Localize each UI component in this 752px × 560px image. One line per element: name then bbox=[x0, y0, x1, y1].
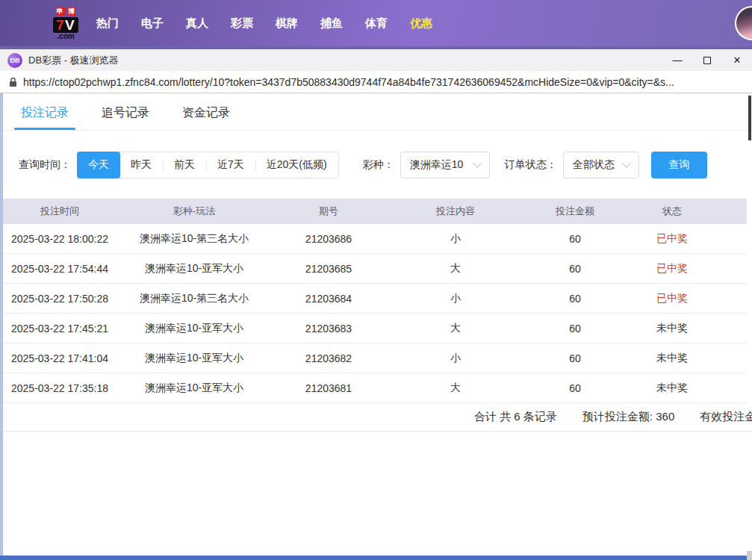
tab[interactable]: 投注记录 bbox=[21, 105, 69, 130]
page-left-strip bbox=[0, 93, 3, 560]
chevron-down-icon bbox=[473, 159, 481, 167]
time-filter-option[interactable]: 近7天 bbox=[206, 152, 255, 178]
cell-bet-time: 2025-03-22 17:45:21 bbox=[0, 323, 119, 335]
cell-period: 21203685 bbox=[269, 263, 388, 275]
cell-status: 已中奖 bbox=[627, 262, 717, 276]
cell-bet-content: 大 bbox=[388, 382, 523, 395]
logo-main: 7V bbox=[53, 17, 78, 33]
cell-bet-time: 2025-03-22 17:54:44 bbox=[0, 263, 119, 275]
cell-bet-amount: 60 bbox=[523, 382, 627, 394]
cell-bet-amount: 60 bbox=[523, 352, 627, 364]
cell-bet-amount: 60 bbox=[523, 323, 627, 335]
tab[interactable]: 追号记录 bbox=[102, 105, 149, 130]
filter-bar: 查询时间： 今天昨天前天近7天近20天(低频) 彩种： 澳洲幸运10 订单状态：… bbox=[19, 152, 752, 178]
summary-total: 合计 共 6 条记录 bbox=[474, 410, 557, 424]
header-bet-amount: 投注金额 bbox=[523, 205, 627, 218]
address-bar[interactable]: https://ctop02pchwp1.zfnc84.com/lottery/… bbox=[0, 71, 752, 93]
table-row: 2025-03-22 18:00:22 澳洲幸运10-第三名大小 2120368… bbox=[0, 224, 747, 254]
window-controls: — ✕ bbox=[662, 49, 752, 71]
summary-expected: 预计投注金额: 360 bbox=[582, 410, 674, 424]
logo-chip-1: 申 bbox=[56, 7, 65, 16]
logo-chips: 申 博 bbox=[56, 7, 76, 16]
table-row: 2025-03-22 17:54:44 澳洲幸运10-亚军大小 21203685… bbox=[0, 254, 747, 284]
header-bet-content: 投注内容 bbox=[388, 205, 523, 218]
cell-status: 未中奖 bbox=[627, 322, 717, 335]
cell-period: 21203684 bbox=[269, 293, 388, 305]
table-row: 2025-03-22 17:45:21 澳洲幸运10-亚军大小 21203683… bbox=[0, 314, 747, 343]
cell-bet-content: 小 bbox=[388, 352, 523, 365]
page-content: 投注记录追号记录资金记录 查询时间： 今天昨天前天近7天近20天(低频) 彩种：… bbox=[0, 93, 752, 560]
chevron-down-icon bbox=[622, 159, 630, 167]
site-logo[interactable]: 申 博 7V .com bbox=[46, 7, 85, 40]
status-filter-label: 订单状态： bbox=[505, 158, 557, 172]
cell-status: 未中奖 bbox=[627, 352, 717, 365]
query-button[interactable]: 查询 bbox=[651, 152, 707, 178]
header-bet-time: 投注时间 bbox=[0, 205, 119, 218]
url-text: https://ctop02pchwp1.zfnc84.com/lottery/… bbox=[23, 76, 674, 88]
close-icon: ✕ bbox=[733, 55, 742, 66]
nav-item[interactable]: 棋牌 bbox=[264, 16, 309, 31]
tab[interactable]: 资金记录 bbox=[182, 105, 230, 130]
cell-status: 未中奖 bbox=[627, 382, 717, 395]
order-status-value: 全部状态 bbox=[573, 158, 615, 172]
window-title: DB彩票 - 极速浏览器 bbox=[28, 54, 119, 67]
bottom-blue-bar bbox=[0, 556, 747, 560]
table-row: 2025-03-22 17:41:04 澳洲幸运10-亚军大小 21203682… bbox=[0, 343, 747, 373]
lottery-select-value: 澳洲幸运10 bbox=[410, 158, 464, 172]
summary-valid: 有效投注金额 bbox=[700, 410, 752, 424]
cell-bet-amount: 60 bbox=[523, 263, 627, 275]
cell-period: 21203686 bbox=[269, 233, 388, 245]
cell-bet-content: 大 bbox=[388, 322, 523, 335]
cell-bet-content: 小 bbox=[388, 292, 523, 305]
lottery-select[interactable]: 澳洲幸运10 bbox=[400, 152, 490, 178]
app-icon: DB bbox=[7, 53, 22, 68]
cell-status: 已中奖 bbox=[627, 292, 717, 305]
maximize-button[interactable] bbox=[692, 49, 722, 71]
table-row: 2025-03-22 17:50:28 澳洲幸运10-第三名大小 2120368… bbox=[0, 284, 747, 314]
cell-game-play: 澳洲幸运10-第三名大小 bbox=[119, 292, 269, 305]
record-tabs: 投注记录追号记录资金记录 bbox=[0, 93, 752, 131]
site-nav: 热门电子真人彩票棋牌捕鱼体育优惠 bbox=[85, 16, 444, 31]
nav-item[interactable]: 真人 bbox=[175, 16, 220, 31]
time-filter-option[interactable]: 近20天(低频) bbox=[255, 152, 338, 178]
close-button[interactable]: ✕ bbox=[722, 49, 752, 71]
header-status: 状态 bbox=[627, 205, 717, 218]
time-filter-option[interactable]: 前天 bbox=[163, 152, 206, 178]
maximize-icon bbox=[703, 57, 711, 64]
time-filter-option[interactable]: 昨天 bbox=[119, 152, 163, 178]
time-filter-label: 查询时间： bbox=[19, 158, 71, 172]
cell-game-play: 澳洲幸运10-亚军大小 bbox=[119, 262, 269, 276]
cell-period: 21203683 bbox=[269, 323, 388, 335]
window-titlebar[interactable]: DB DB彩票 - 极速浏览器 — ✕ bbox=[0, 49, 752, 71]
cell-bet-amount: 60 bbox=[523, 293, 627, 305]
cell-period: 21203682 bbox=[269, 352, 388, 364]
nav-item[interactable]: 彩票 bbox=[220, 16, 264, 31]
time-filter-group: 今天昨天前天近7天近20天(低频) bbox=[77, 152, 339, 178]
site-topbar: 申 博 7V .com 热门电子真人彩票棋牌捕鱼体育优惠 bbox=[0, 0, 752, 46]
time-filter-option[interactable]: 今天 bbox=[77, 152, 120, 178]
nav-item[interactable]: 优惠 bbox=[399, 16, 444, 31]
lock-icon bbox=[9, 77, 17, 87]
cell-bet-time: 2025-03-22 18:00:22 bbox=[0, 233, 119, 245]
minimize-icon: — bbox=[673, 55, 683, 66]
summary-row: 合计 共 6 条记录 预计投注金额: 360 有效投注金额 bbox=[0, 403, 752, 432]
bets-table: 投注时间 彩种-玩法 期号 投注内容 投注金额 状态 2025-03-22 18… bbox=[0, 199, 747, 403]
lottery-filter-label: 彩种： bbox=[363, 158, 394, 172]
screen: 申 博 7V .com 热门电子真人彩票棋牌捕鱼体育优惠 DB DB彩票 - 极… bbox=[0, 0, 752, 560]
nav-item[interactable]: 体育 bbox=[354, 16, 399, 31]
vertical-scrollbar-thumb[interactable] bbox=[748, 96, 751, 140]
cell-period: 21203681 bbox=[269, 382, 388, 394]
minimize-button[interactable]: — bbox=[662, 49, 692, 71]
cell-bet-content: 小 bbox=[388, 232, 523, 246]
order-status-select[interactable]: 全部状态 bbox=[563, 152, 639, 178]
nav-item[interactable]: 热门 bbox=[85, 16, 130, 31]
cell-status: 已中奖 bbox=[627, 232, 717, 246]
header-game-play: 彩种-玩法 bbox=[119, 205, 269, 218]
table-row: 2025-03-22 17:35:18 澳洲幸运10-亚军大小 21203681… bbox=[0, 373, 747, 403]
nav-item[interactable]: 电子 bbox=[130, 16, 175, 31]
logo-main-red: 7 bbox=[56, 17, 65, 33]
logo-main-white: V bbox=[65, 17, 75, 33]
header-period: 期号 bbox=[269, 205, 388, 218]
user-avatar[interactable] bbox=[735, 6, 752, 40]
nav-item[interactable]: 捕鱼 bbox=[309, 16, 354, 31]
